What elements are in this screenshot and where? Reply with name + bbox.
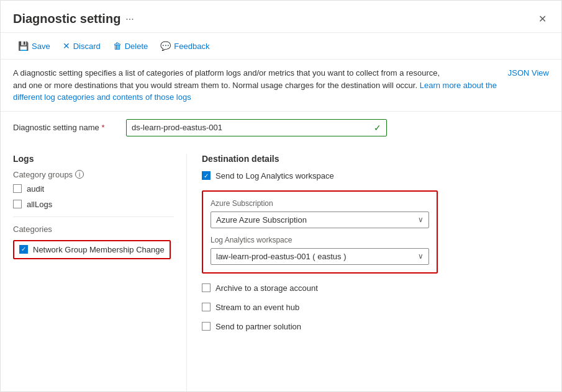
network-group-checkbox[interactable]: [19, 245, 28, 254]
destination-title: Destination details: [202, 154, 549, 164]
dialog-header: Diagnostic setting ··· ✕: [1, 1, 561, 33]
form-area: Diagnostic setting name * ds-learn-prod-…: [1, 112, 561, 154]
partner-checkbox[interactable]: [202, 322, 211, 331]
description-line2: and one or more destinations that you wo…: [13, 81, 417, 90]
audit-checkbox-row: audit: [13, 184, 174, 194]
stream-checkbox[interactable]: [202, 303, 211, 311]
audit-checkbox[interactable]: [13, 184, 22, 193]
name-label: Diagnostic setting name *: [13, 123, 119, 132]
archive-label: Archive to a storage account: [215, 283, 318, 293]
log-analytics-label: Send to Log Analytics workspace: [215, 171, 334, 180]
alllogs-checkbox-row: allLogs: [13, 200, 174, 209]
logs-divider: [13, 216, 174, 217]
save-icon: 💾: [18, 41, 29, 51]
categories-label: Categories: [13, 225, 174, 234]
audit-label: audit: [27, 184, 44, 194]
delete-button[interactable]: 🗑 Delete: [108, 38, 153, 54]
archive-row: Archive to a storage account: [202, 283, 549, 293]
dialog-title: Diagnostic setting: [13, 12, 120, 26]
main-content: Logs Category groups i audit allLogs Cat…: [1, 154, 561, 392]
name-value: ds-learn-prod-eastus-001: [132, 123, 222, 132]
alllogs-label: allLogs: [27, 200, 52, 209]
dialog-ellipsis[interactable]: ···: [125, 14, 134, 25]
description-line1: A diagnostic setting specifies a list of…: [13, 68, 440, 78]
partner-label: Send to partner solution: [215, 322, 301, 331]
log-analytics-workspace-arrow: ∨: [418, 252, 424, 261]
log-analytics-row: Send to Log Analytics workspace: [202, 171, 549, 180]
log-analytics-workspace-dropdown[interactable]: law-learn-prod-eastus-001 ( eastus ) ∨: [211, 248, 429, 265]
delete-label: Delete: [125, 42, 148, 51]
feedback-icon: 💬: [160, 41, 171, 51]
save-label: Save: [32, 42, 50, 51]
close-button[interactable]: ✕: [536, 11, 549, 27]
network-group-label: Network Group Membership Change: [33, 245, 165, 254]
category-groups-label: Category groups i: [13, 170, 174, 179]
feedback-label: Feedback: [174, 42, 209, 51]
discard-icon: ✕: [63, 41, 70, 51]
valid-check-icon: ✓: [374, 123, 381, 133]
diagnostic-setting-dialog: Diagnostic setting ··· ✕ 💾 Save ✕ Discar…: [0, 0, 562, 392]
stream-row: Stream to an event hub: [202, 303, 549, 312]
name-required: *: [101, 123, 104, 132]
azure-subscription-box: Azure Subscription Azure Azure Subscript…: [202, 190, 438, 274]
description-area: A diagnostic setting specifies a list of…: [1, 60, 561, 112]
log-analytics-workspace-label: Log Analytics workspace: [211, 236, 429, 244]
azure-subscription-dropdown[interactable]: Azure Azure Subscription ∨: [211, 212, 429, 228]
name-form-row: Diagnostic setting name * ds-learn-prod-…: [13, 119, 549, 136]
stream-label: Stream to an event hub: [215, 303, 299, 312]
discard-label: Discard: [73, 42, 101, 51]
alllogs-checkbox[interactable]: [13, 200, 22, 208]
json-view-link[interactable]: JSON View: [508, 67, 549, 79]
log-analytics-checkbox[interactable]: [202, 171, 211, 180]
log-analytics-workspace-value: law-learn-prod-eastus-001 ( eastus ): [216, 252, 347, 261]
description-text: A diagnostic setting specifies a list of…: [13, 67, 498, 104]
logs-section: Logs Category groups i audit allLogs Cat…: [13, 154, 187, 392]
save-button[interactable]: 💾 Save: [13, 38, 55, 54]
discard-button[interactable]: ✕ Discard: [58, 38, 106, 54]
partner-row: Send to partner solution: [202, 322, 549, 331]
logs-title: Logs: [13, 154, 174, 164]
category-groups-info-icon[interactable]: i: [75, 170, 84, 179]
archive-checkbox[interactable]: [202, 283, 211, 292]
name-input[interactable]: ds-learn-prod-eastus-001 ✓: [126, 119, 387, 136]
azure-subscription-label: Azure Subscription: [211, 199, 429, 208]
azure-subscription-value: Azure Azure Subscription: [216, 215, 307, 225]
destination-section: Destination details Send to Log Analytic…: [187, 154, 549, 392]
feedback-button[interactable]: 💬 Feedback: [155, 38, 214, 54]
azure-subscription-arrow: ∨: [418, 215, 424, 224]
title-area: Diagnostic setting ···: [13, 12, 134, 26]
delete-icon: 🗑: [113, 41, 122, 51]
network-group-box: Network Group Membership Change: [13, 240, 171, 259]
toolbar: 💾 Save ✕ Discard 🗑 Delete 💬 Feedback: [1, 33, 561, 60]
